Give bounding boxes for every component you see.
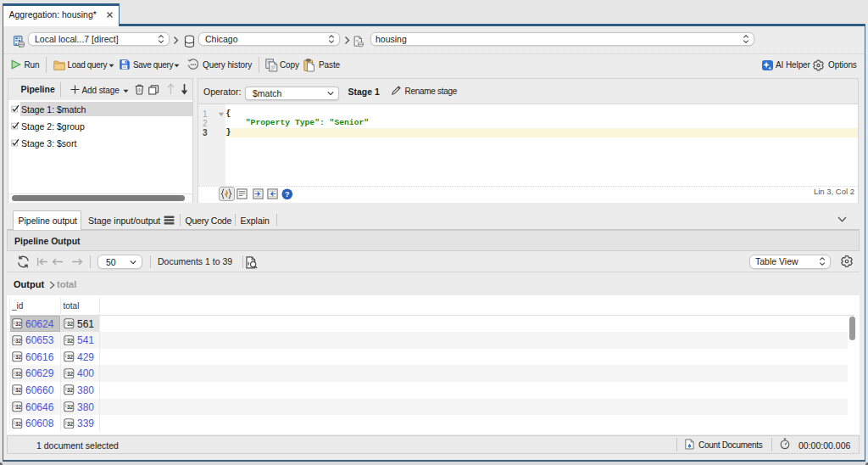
svg-text:32: 32 [67,404,74,410]
svg-text:32: 32 [67,337,74,343]
svg-text:?: ? [285,189,290,198]
svg-text:32: 32 [15,387,22,393]
svg-text:32: 32 [15,404,22,410]
svg-text:32: 32 [15,337,22,343]
svg-text:32: 32 [15,354,22,360]
svg-text:32: 32 [67,420,74,426]
svg-text:32: 32 [67,371,74,377]
svg-text:32: 32 [67,354,74,360]
svg-text:32: 32 [15,420,22,426]
svg-text:32: 32 [15,321,22,327]
svg-text:32: 32 [15,371,22,377]
svg-text:32: 32 [67,321,74,327]
svg-text:32: 32 [67,387,74,393]
